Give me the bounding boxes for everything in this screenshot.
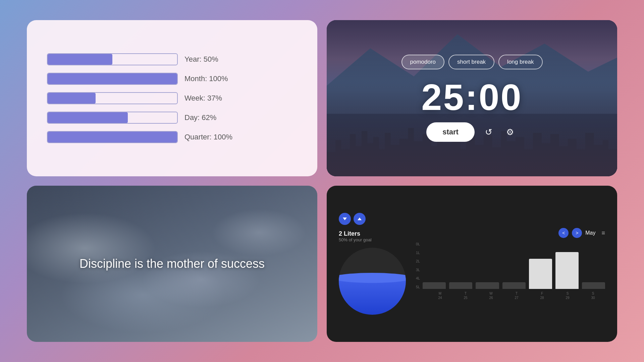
- calendar-prev-button[interactable]: <: [558, 228, 569, 238]
- water-amount: 2 Liters: [339, 230, 406, 237]
- progress-fill: [48, 54, 112, 65]
- x-col: M 24: [428, 292, 452, 300]
- progress-row: Week: 37%: [47, 92, 297, 104]
- calendar-header: < > May ≡: [416, 228, 605, 238]
- x-day: T: [465, 292, 467, 295]
- chart-bar: [555, 252, 579, 289]
- progress-card: Year: 50% Month: 100% Week: 37% Day: 62%…: [27, 20, 317, 176]
- water-left-panel: 2 Liters 50% of your goal: [339, 213, 406, 315]
- progress-track: [47, 53, 178, 65]
- chart-bars: [423, 242, 605, 289]
- x-date: 29: [566, 296, 569, 300]
- progress-track: [47, 131, 178, 143]
- chart-bar: [449, 282, 472, 289]
- start-button[interactable]: start: [426, 122, 475, 142]
- water-info: 2 Liters 50% of your goal: [339, 230, 406, 242]
- water-right-panel: < > May ≡ 5L4L3L2L1L0L M 24 T 25 W 26 T …: [416, 228, 605, 300]
- x-day: M: [439, 292, 441, 295]
- x-col: W 26: [479, 292, 503, 300]
- progress-track: [47, 73, 178, 85]
- x-day: W: [489, 292, 492, 295]
- x-day: F: [541, 292, 543, 295]
- quote-card: Discipline is the mother of success: [27, 186, 317, 342]
- x-col: S 30: [581, 292, 605, 300]
- progress-label: Year: 50%: [184, 55, 218, 64]
- progress-fill: [48, 93, 96, 104]
- calendar-month: May: [585, 230, 595, 236]
- progress-label: Week: 37%: [184, 94, 222, 103]
- timer-tab-pomodoro[interactable]: pomodoro: [401, 55, 445, 69]
- y-label: 2L: [416, 259, 420, 263]
- timer-tabs: pomodoroshort breaklong break: [401, 55, 543, 69]
- stepper-up-button[interactable]: [354, 213, 366, 225]
- water-card: 2 Liters 50% of your goal < > May ≡ 5L4L…: [327, 186, 617, 342]
- chart-bar: [582, 282, 605, 289]
- chart-bar: [529, 259, 552, 289]
- x-date: 24: [438, 296, 442, 300]
- water-circle-container: [339, 248, 406, 315]
- x-date: 30: [591, 296, 595, 300]
- calendar-menu-icon[interactable]: ≡: [601, 230, 605, 237]
- progress-row: Month: 100%: [47, 73, 297, 85]
- timer-card: pomodoroshort breaklong break 25:00 star…: [327, 20, 617, 176]
- stepper-down-button[interactable]: [339, 213, 351, 225]
- progress-label: Month: 100%: [184, 74, 228, 83]
- x-col: T 27: [504, 292, 529, 300]
- quote-text: Discipline is the mother of success: [66, 242, 278, 286]
- y-label: 0L: [416, 242, 420, 246]
- y-label: 1L: [416, 251, 420, 255]
- x-date: 28: [540, 296, 544, 300]
- y-label: 5L: [416, 285, 420, 289]
- progress-track: [47, 112, 178, 124]
- chart-bar: [423, 282, 446, 289]
- y-label: 3L: [416, 268, 420, 272]
- x-day: S: [567, 292, 569, 295]
- x-date: 26: [489, 296, 493, 300]
- timer-tab-short-break[interactable]: short break: [448, 55, 494, 69]
- x-day: S: [592, 292, 594, 295]
- chart-container: 5L4L3L2L1L0L M 24 T 25 W 26 T 27 F 28 S …: [416, 242, 605, 300]
- chart-y-labels: 5L4L3L2L1L0L: [416, 242, 423, 289]
- timer-controls: start ↺ ⚙: [426, 122, 518, 142]
- progress-fill: [48, 132, 177, 142]
- x-date: 25: [464, 296, 467, 300]
- x-col: S 29: [555, 292, 580, 300]
- water-circle: [339, 248, 406, 315]
- x-day: T: [516, 292, 518, 295]
- settings-icon[interactable]: ⚙: [503, 125, 518, 139]
- progress-fill: [48, 112, 128, 123]
- progress-track: [47, 92, 178, 104]
- x-col: F 28: [530, 292, 554, 300]
- calendar-next-button[interactable]: >: [572, 228, 582, 238]
- water-goal: 50% of your goal: [339, 237, 406, 242]
- y-label: 4L: [416, 276, 420, 280]
- timer-tab-long-break[interactable]: long break: [498, 55, 542, 69]
- water-stepper: [339, 213, 406, 225]
- progress-row: Quarter: 100%: [47, 131, 297, 143]
- water-fill: [339, 278, 406, 315]
- chart-x-labels: M 24 T 25 W 26 T 27 F 28 S 29 S 30: [416, 292, 605, 300]
- progress-fill: [48, 73, 177, 84]
- timer-display: 25:00: [421, 79, 522, 116]
- x-col: T 25: [453, 292, 478, 300]
- progress-row: Day: 62%: [47, 112, 297, 124]
- progress-row: Year: 50%: [47, 53, 297, 65]
- progress-label: Quarter: 100%: [184, 133, 232, 141]
- chart-bar: [502, 282, 526, 289]
- reset-icon[interactable]: ↺: [481, 125, 496, 139]
- x-date: 27: [515, 296, 518, 300]
- chart-bar: [476, 282, 499, 289]
- progress-label: Day: 62%: [184, 113, 216, 122]
